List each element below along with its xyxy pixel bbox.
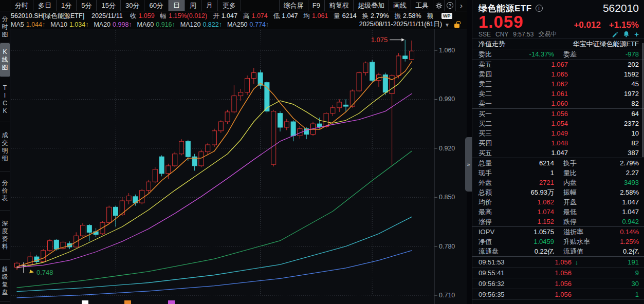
tick-price: 1.056 [525, 280, 578, 288]
stat-value: 1.0459 [492, 238, 554, 245]
ask-volume: 45 [568, 80, 639, 88]
bid-label: 买二 [479, 119, 511, 128]
stat-IOPV: IOPV1.0575 [479, 228, 554, 236]
quote-field-label: 幅 [160, 12, 167, 21]
period-tab-多日[interactable]: 多日 [33, 0, 56, 11]
candle-body-down [159, 157, 164, 174]
last-price: 1.059 [479, 14, 524, 30]
edit-pencil-icon[interactable] [612, 31, 618, 37]
candle-body-up [238, 92, 243, 96]
expand-more-icon[interactable]: › [455, 0, 467, 11]
stat-value: 0.22亿 [499, 247, 554, 256]
ask-label: 卖四 [479, 70, 511, 79]
ask-label: 卖三 [479, 80, 511, 89]
period-tab-60分[interactable]: 60分 [144, 0, 168, 11]
chevron-down-icon[interactable]: ▼ [445, 22, 450, 28]
sidebar-tab-分时图[interactable]: 分时图 [0, 11, 10, 43]
candle-body-up [199, 152, 204, 166]
sidebar-tab-超级复盘[interactable]: 超级复盘 [0, 260, 10, 302]
toolbar-item-画线[interactable]: 画线 [389, 0, 411, 11]
info-icon[interactable]: ! [536, 5, 543, 12]
help-question-icon: ? [447, 2, 453, 9]
candle-body-up [173, 154, 177, 166]
low-annotation-marker [29, 270, 34, 273]
sidebar-tab-成交明细[interactable]: 成交明细 [0, 122, 10, 172]
panel-collapse-handle[interactable]: » [465, 137, 472, 192]
period-tab-周[interactable]: 周 [185, 0, 201, 11]
bid-label: 买一 [479, 109, 511, 119]
sidebar-tab-深度资料[interactable]: 深度资料 [0, 211, 10, 260]
alert-bell-icon[interactable] [623, 31, 630, 37]
stat-总额: 总额65.93万 [479, 188, 554, 197]
period-tab-1分[interactable]: 1分 [56, 0, 76, 11]
stat-label: 跌停 [563, 217, 577, 226]
sidebar-tab-TICK[interactable]: TICK [0, 77, 10, 122]
tick-row: 09:56:351.0561 [472, 289, 644, 300]
stat-label: 流通值 [563, 247, 583, 256]
wp-badge-icon[interactable]: WP [441, 13, 452, 19]
stats-row: 现手1量比2.27 [472, 168, 644, 178]
candle-body-up [48, 241, 52, 251]
stat-量比: 量比2.27 [563, 168, 639, 178]
period-tab-分时[interactable]: 分时 [10, 0, 33, 11]
tick-volume: 9 [578, 269, 639, 277]
toolbar-item-超级叠加[interactable]: 超级叠加 [353, 0, 389, 11]
stat-label: 换手 [563, 159, 577, 168]
date-range-selector[interactable]: 2025/08/11-2025/11/11(61日) [359, 20, 442, 30]
period-tab-更多[interactable]: 更多 [217, 0, 241, 11]
bid-price: 1.047 [511, 149, 568, 157]
ma-value: 1.034↑ [69, 21, 89, 28]
stat-跌停: 跌停0.942 [563, 217, 639, 226]
kline-chart-area[interactable]: 1.0600.9900.9200.8500.7800.7101.0750.748 [10, 29, 467, 304]
candle-body-up [206, 145, 210, 152]
stat-振幅: 振幅2.58% [563, 188, 639, 197]
sidebar-tab-K线图[interactable]: K线图 [0, 43, 10, 77]
candle-body-up [390, 75, 394, 93]
settings-gear-icon[interactable] [433, 0, 444, 11]
toolbar-item-综合屏[interactable]: 综合屏 [279, 0, 308, 11]
quote-field-label: 额 [427, 12, 434, 21]
ask-price: 1.067 [511, 61, 568, 68]
period-tab-30分[interactable]: 30分 [120, 0, 144, 11]
quote-field-label: 收 [130, 12, 137, 21]
kline-chart[interactable]: 1.0600.9900.9200.8500.7800.7101.0750.748 [10, 29, 467, 304]
candle-body-down [54, 240, 59, 249]
candle-body-up [337, 102, 342, 108]
stat-label: 最低 [563, 207, 577, 217]
sidebar-tab-分价表[interactable]: 分价表 [0, 172, 10, 211]
help-icon[interactable]: ? [444, 0, 455, 11]
bid-label: 买四 [479, 139, 511, 148]
quote-field-低: 低1.047 [273, 12, 298, 21]
period-tab-5分[interactable]: 5分 [76, 0, 96, 11]
stats-row: 总额65.93万振幅2.58% [472, 187, 644, 197]
panel-scrollbar[interactable] [642, 43, 644, 157]
quote-field-value: 1.047 [222, 12, 237, 20]
ask-volume: 1972 [568, 90, 639, 98]
ma-value: 0.774↑ [250, 21, 269, 28]
ask-level-row: 卖五1.067202 [472, 60, 644, 69]
nav-trend-label[interactable]: 净值走势 [479, 40, 505, 49]
price-change: +0.012 [574, 20, 600, 30]
quote-field-幅: 幅1.15%(0.012) [160, 12, 208, 21]
unlock-icon[interactable] [454, 24, 459, 28]
period-tab-月[interactable]: 月 [201, 0, 217, 11]
stat-value: 1.047 [577, 198, 639, 206]
stat-label: 总量 [479, 159, 492, 168]
period-tab-日[interactable]: 日 [168, 0, 185, 11]
bid-volume: 10 [568, 129, 639, 137]
period-tab-15分[interactable]: 15分 [96, 0, 120, 11]
low-price-annotation: 0.748 [36, 269, 53, 276]
stat-委差: 委差-978 [563, 50, 639, 59]
stat-value: 1.152 [492, 218, 554, 225]
bid-levels: 买一1.05664买二1.0542372买三1.04910买四1.04882买五… [472, 109, 644, 158]
quote-field-label: 量 [334, 12, 340, 21]
candle-body-up [363, 63, 368, 73]
stat-value: 1.062 [492, 198, 554, 206]
toolbar-item-F9[interactable]: F9 [308, 0, 324, 11]
candle-body-down [278, 113, 283, 127]
add-watchlist-icon[interactable]: + [634, 30, 639, 38]
toolbar-item-前复权[interactable]: 前复权 [324, 0, 353, 11]
ma-item-MA120: MA1200.822↑ [180, 21, 222, 28]
toolbar-item-工具[interactable]: 工具 [411, 0, 433, 11]
quote-panel: 绿色能源ETF ! 562010 1.059 +0.012 +1.15% SSE… [472, 0, 644, 304]
